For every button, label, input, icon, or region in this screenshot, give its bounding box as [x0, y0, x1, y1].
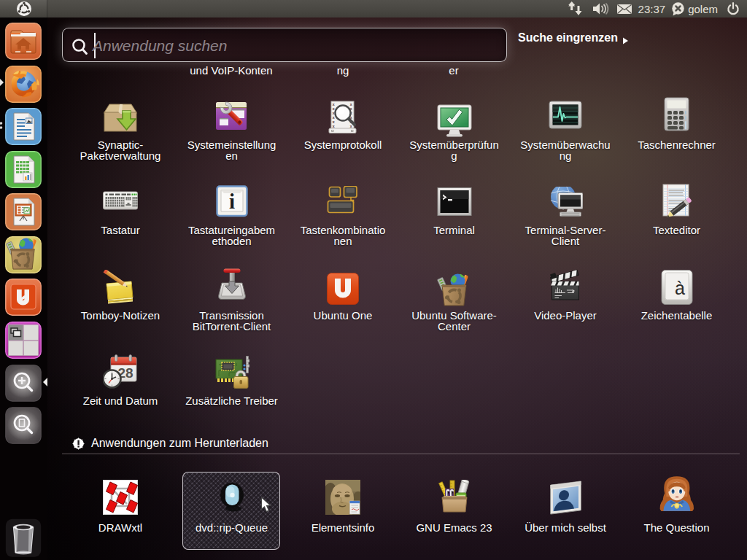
svg-text:à: à [675, 278, 685, 298]
svg-text:i: i [228, 190, 234, 213]
